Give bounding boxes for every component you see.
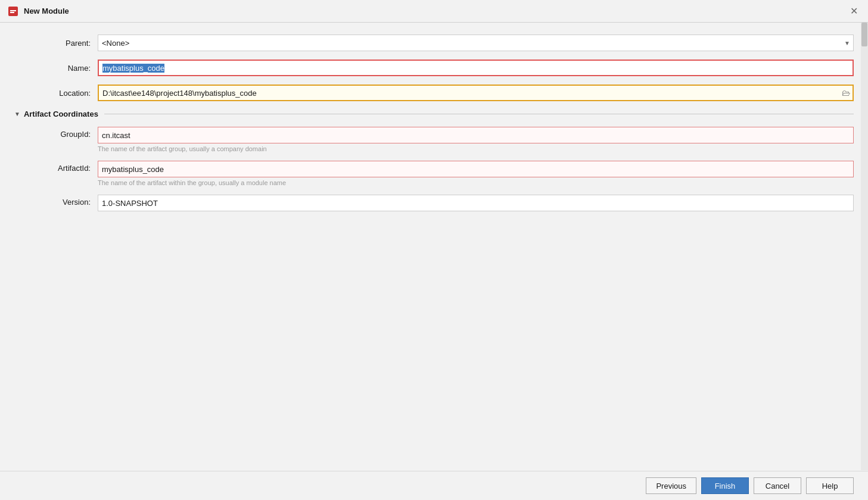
dialog-content: Parent: <None> ▼ Name: Location: 🗁 ▼ — [0, 23, 868, 471]
artifactid-input[interactable] — [98, 161, 854, 177]
scrollbar-thumb[interactable] — [861, 23, 867, 46]
section-divider — [104, 114, 854, 114]
section-header: ▼ Artifact Coordinates — [14, 110, 854, 118]
cancel-button[interactable]: Cancel — [754, 477, 801, 494]
name-label: Name: — [14, 64, 98, 73]
title-bar-left: New Module — [7, 5, 69, 17]
artifactid-row: ArtifactId: The name of the artifact wit… — [14, 161, 854, 192]
groupid-input[interactable] — [98, 127, 854, 143]
svg-rect-2 — [10, 12, 14, 13]
section-title: Artifact Coordinates — [24, 110, 98, 118]
artifactid-field-wrapper: The name of the artifact within the grou… — [98, 161, 854, 192]
groupid-label: GroupId: — [14, 127, 98, 139]
location-wrapper: 🗁 — [98, 85, 854, 101]
location-input[interactable] — [98, 85, 854, 101]
close-button[interactable]: ✕ — [847, 4, 861, 18]
groupid-field-wrapper: The name of the artifact group, usually … — [98, 127, 854, 158]
help-button[interactable]: Help — [806, 477, 854, 494]
parent-row: Parent: <None> ▼ — [14, 35, 854, 51]
folder-browse-icon[interactable]: 🗁 — [842, 88, 850, 98]
version-field-wrapper — [98, 195, 854, 211]
artifact-coordinates-section: ▼ Artifact Coordinates GroupId: The name… — [14, 110, 854, 211]
svg-rect-1 — [10, 10, 16, 11]
dialog-title: New Module — [24, 7, 69, 15]
title-bar: New Module ✕ — [0, 0, 868, 23]
dialog-footer: Previous Finish Cancel Help — [0, 471, 868, 500]
previous-button[interactable]: Previous — [646, 477, 696, 494]
parent-label: Parent: — [14, 39, 98, 48]
version-row: Version: — [14, 195, 854, 211]
scrollbar[interactable] — [861, 23, 868, 470]
new-module-dialog: New Module ✕ Parent: <None> ▼ Name: Loca… — [0, 0, 868, 500]
version-label: Version: — [14, 195, 98, 207]
name-row: Name: — [14, 60, 854, 76]
location-label: Location: — [14, 89, 98, 98]
artifactid-label: ArtifactId: — [14, 161, 98, 173]
app-icon — [7, 5, 19, 17]
groupid-row: GroupId: The name of the artifact group,… — [14, 127, 854, 158]
name-input[interactable] — [98, 60, 854, 76]
artifactid-hint: The name of the artifact within the grou… — [98, 179, 854, 186]
parent-select-wrapper: <None> ▼ — [98, 35, 854, 51]
finish-button[interactable]: Finish — [701, 477, 749, 494]
version-input[interactable] — [98, 195, 854, 211]
parent-select[interactable]: <None> — [98, 35, 854, 51]
section-collapse-icon[interactable]: ▼ — [14, 111, 20, 117]
location-row: Location: 🗁 — [14, 85, 854, 101]
groupid-hint: The name of the artifact group, usually … — [98, 145, 854, 152]
